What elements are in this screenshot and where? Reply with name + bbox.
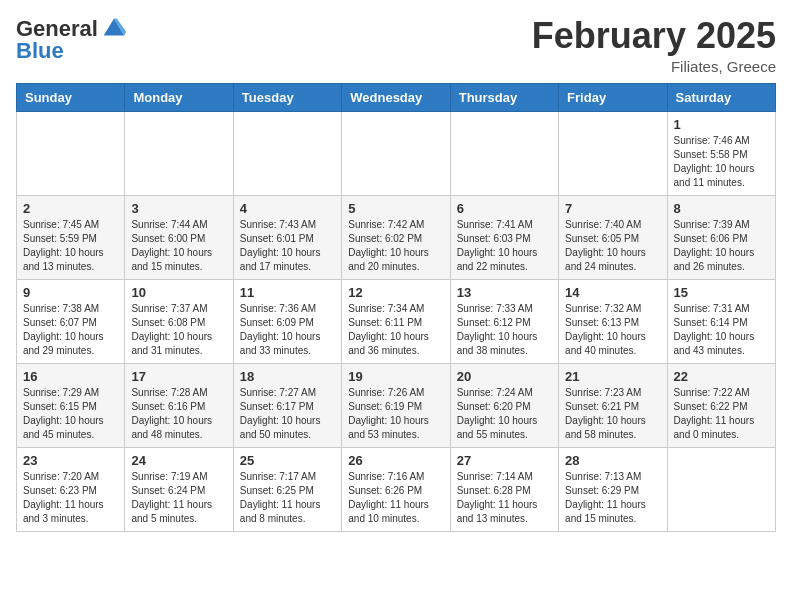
day-number: 17 [131,369,226,384]
calendar-cell: 7Sunrise: 7:40 AM Sunset: 6:05 PM Daylig… [559,195,667,279]
page-header: General Blue February 2025 Filiates, Gre… [16,16,776,75]
calendar-cell: 3Sunrise: 7:44 AM Sunset: 6:00 PM Daylig… [125,195,233,279]
day-info: Sunrise: 7:33 AM Sunset: 6:12 PM Dayligh… [457,302,552,358]
calendar-cell [559,111,667,195]
day-number: 10 [131,285,226,300]
calendar-cell: 12Sunrise: 7:34 AM Sunset: 6:11 PM Dayli… [342,279,450,363]
day-info: Sunrise: 7:38 AM Sunset: 6:07 PM Dayligh… [23,302,118,358]
day-number: 23 [23,453,118,468]
calendar-cell: 21Sunrise: 7:23 AM Sunset: 6:21 PM Dayli… [559,363,667,447]
calendar-cell: 24Sunrise: 7:19 AM Sunset: 6:24 PM Dayli… [125,447,233,531]
day-info: Sunrise: 7:44 AM Sunset: 6:00 PM Dayligh… [131,218,226,274]
day-number: 12 [348,285,443,300]
day-number: 28 [565,453,660,468]
day-info: Sunrise: 7:43 AM Sunset: 6:01 PM Dayligh… [240,218,335,274]
day-number: 14 [565,285,660,300]
day-info: Sunrise: 7:31 AM Sunset: 6:14 PM Dayligh… [674,302,769,358]
calendar-cell: 6Sunrise: 7:41 AM Sunset: 6:03 PM Daylig… [450,195,558,279]
calendar-cell [125,111,233,195]
day-info: Sunrise: 7:27 AM Sunset: 6:17 PM Dayligh… [240,386,335,442]
day-info: Sunrise: 7:28 AM Sunset: 6:16 PM Dayligh… [131,386,226,442]
calendar-cell: 2Sunrise: 7:45 AM Sunset: 5:59 PM Daylig… [17,195,125,279]
weekday-header-saturday: Saturday [667,83,775,111]
month-title: February 2025 [532,16,776,56]
day-number: 4 [240,201,335,216]
calendar-header-row: SundayMondayTuesdayWednesdayThursdayFrid… [17,83,776,111]
day-info: Sunrise: 7:32 AM Sunset: 6:13 PM Dayligh… [565,302,660,358]
calendar-cell: 10Sunrise: 7:37 AM Sunset: 6:08 PM Dayli… [125,279,233,363]
day-info: Sunrise: 7:20 AM Sunset: 6:23 PM Dayligh… [23,470,118,526]
day-number: 24 [131,453,226,468]
day-info: Sunrise: 7:17 AM Sunset: 6:25 PM Dayligh… [240,470,335,526]
day-number: 25 [240,453,335,468]
calendar-cell: 19Sunrise: 7:26 AM Sunset: 6:19 PM Dayli… [342,363,450,447]
calendar-cell [667,447,775,531]
day-info: Sunrise: 7:46 AM Sunset: 5:58 PM Dayligh… [674,134,769,190]
calendar-cell: 4Sunrise: 7:43 AM Sunset: 6:01 PM Daylig… [233,195,341,279]
calendar-cell: 11Sunrise: 7:36 AM Sunset: 6:09 PM Dayli… [233,279,341,363]
weekday-header-thursday: Thursday [450,83,558,111]
day-number: 5 [348,201,443,216]
day-number: 26 [348,453,443,468]
calendar-cell: 26Sunrise: 7:16 AM Sunset: 6:26 PM Dayli… [342,447,450,531]
weekday-header-sunday: Sunday [17,83,125,111]
calendar-cell [342,111,450,195]
weekday-header-wednesday: Wednesday [342,83,450,111]
day-info: Sunrise: 7:36 AM Sunset: 6:09 PM Dayligh… [240,302,335,358]
calendar-week-row: 1Sunrise: 7:46 AM Sunset: 5:58 PM Daylig… [17,111,776,195]
day-number: 1 [674,117,769,132]
day-number: 19 [348,369,443,384]
calendar-cell: 16Sunrise: 7:29 AM Sunset: 6:15 PM Dayli… [17,363,125,447]
calendar-cell: 27Sunrise: 7:14 AM Sunset: 6:28 PM Dayli… [450,447,558,531]
day-info: Sunrise: 7:39 AM Sunset: 6:06 PM Dayligh… [674,218,769,274]
calendar-cell: 25Sunrise: 7:17 AM Sunset: 6:25 PM Dayli… [233,447,341,531]
day-info: Sunrise: 7:13 AM Sunset: 6:29 PM Dayligh… [565,470,660,526]
calendar-week-row: 9Sunrise: 7:38 AM Sunset: 6:07 PM Daylig… [17,279,776,363]
calendar-cell: 23Sunrise: 7:20 AM Sunset: 6:23 PM Dayli… [17,447,125,531]
day-number: 8 [674,201,769,216]
calendar-cell: 5Sunrise: 7:42 AM Sunset: 6:02 PM Daylig… [342,195,450,279]
day-info: Sunrise: 7:19 AM Sunset: 6:24 PM Dayligh… [131,470,226,526]
logo-icon [100,13,128,41]
title-block: February 2025 Filiates, Greece [532,16,776,75]
day-info: Sunrise: 7:45 AM Sunset: 5:59 PM Dayligh… [23,218,118,274]
day-number: 7 [565,201,660,216]
calendar-cell [450,111,558,195]
day-number: 11 [240,285,335,300]
day-number: 21 [565,369,660,384]
calendar-cell: 18Sunrise: 7:27 AM Sunset: 6:17 PM Dayli… [233,363,341,447]
day-info: Sunrise: 7:16 AM Sunset: 6:26 PM Dayligh… [348,470,443,526]
calendar-cell: 22Sunrise: 7:22 AM Sunset: 6:22 PM Dayli… [667,363,775,447]
day-number: 15 [674,285,769,300]
calendar-cell: 20Sunrise: 7:24 AM Sunset: 6:20 PM Dayli… [450,363,558,447]
day-number: 18 [240,369,335,384]
day-info: Sunrise: 7:41 AM Sunset: 6:03 PM Dayligh… [457,218,552,274]
calendar-week-row: 2Sunrise: 7:45 AM Sunset: 5:59 PM Daylig… [17,195,776,279]
calendar-week-row: 23Sunrise: 7:20 AM Sunset: 6:23 PM Dayli… [17,447,776,531]
weekday-header-friday: Friday [559,83,667,111]
calendar-cell: 8Sunrise: 7:39 AM Sunset: 6:06 PM Daylig… [667,195,775,279]
calendar-table: SundayMondayTuesdayWednesdayThursdayFrid… [16,83,776,532]
day-info: Sunrise: 7:40 AM Sunset: 6:05 PM Dayligh… [565,218,660,274]
calendar-cell [17,111,125,195]
day-info: Sunrise: 7:34 AM Sunset: 6:11 PM Dayligh… [348,302,443,358]
day-number: 6 [457,201,552,216]
day-number: 3 [131,201,226,216]
day-info: Sunrise: 7:14 AM Sunset: 6:28 PM Dayligh… [457,470,552,526]
day-number: 13 [457,285,552,300]
calendar-cell: 13Sunrise: 7:33 AM Sunset: 6:12 PM Dayli… [450,279,558,363]
weekday-header-monday: Monday [125,83,233,111]
calendar-cell: 1Sunrise: 7:46 AM Sunset: 5:58 PM Daylig… [667,111,775,195]
day-number: 22 [674,369,769,384]
day-info: Sunrise: 7:22 AM Sunset: 6:22 PM Dayligh… [674,386,769,442]
day-info: Sunrise: 7:26 AM Sunset: 6:19 PM Dayligh… [348,386,443,442]
day-number: 20 [457,369,552,384]
day-number: 2 [23,201,118,216]
calendar-cell: 9Sunrise: 7:38 AM Sunset: 6:07 PM Daylig… [17,279,125,363]
logo: General Blue [16,16,128,64]
calendar-cell: 17Sunrise: 7:28 AM Sunset: 6:16 PM Dayli… [125,363,233,447]
day-info: Sunrise: 7:24 AM Sunset: 6:20 PM Dayligh… [457,386,552,442]
calendar-cell: 15Sunrise: 7:31 AM Sunset: 6:14 PM Dayli… [667,279,775,363]
day-number: 16 [23,369,118,384]
calendar-cell [233,111,341,195]
